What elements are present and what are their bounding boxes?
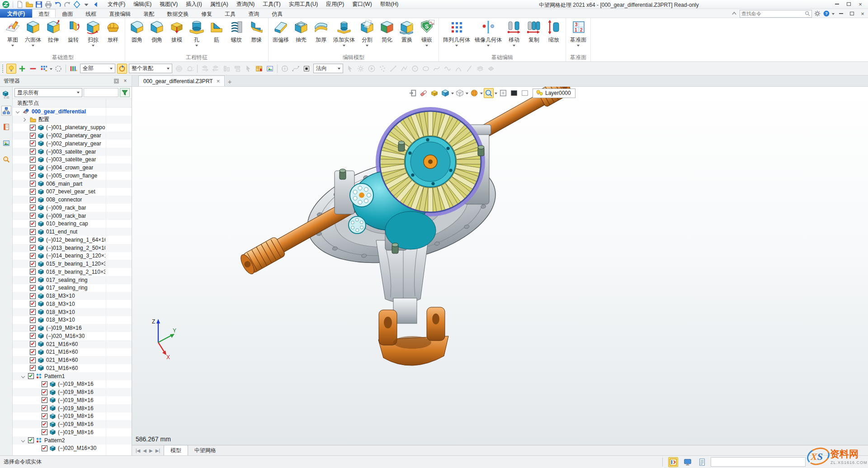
pin-ribb-icon[interactable] bbox=[731, 10, 738, 17]
tree-part-item[interactable]: 018_M3×10 bbox=[13, 292, 132, 300]
ribbon-tab-2[interactable]: 线框 bbox=[79, 9, 103, 18]
revolve-button[interactable]: 旋转 bbox=[63, 19, 83, 47]
part-manager-icon[interactable] bbox=[1, 89, 11, 99]
command-widget-icon[interactable] bbox=[668, 457, 678, 467]
lip-button[interactable]: 唇缘 bbox=[246, 19, 266, 47]
visibility-checkbox[interactable] bbox=[30, 213, 36, 219]
chamfer-button[interactable]: 倒角 bbox=[147, 19, 167, 47]
tree-part-item[interactable]: 021_M16×60 bbox=[13, 340, 132, 348]
document-tab[interactable]: 000_gear_differential.Z3PRT × bbox=[138, 75, 225, 86]
chevron-down-icon[interactable] bbox=[513, 45, 515, 47]
scope-dropdown[interactable]: 整个装配 bbox=[129, 64, 172, 73]
thicken-button[interactable]: 加厚 bbox=[311, 19, 331, 47]
help-dropdown-icon[interactable] bbox=[832, 13, 835, 15]
tessellate-button[interactable]: S镶嵌 bbox=[417, 19, 437, 47]
tree-part-item[interactable]: 006_main_part bbox=[13, 180, 132, 188]
3d-model-differential-assembly[interactable] bbox=[132, 87, 868, 455]
ribbon-tab-0[interactable]: 造型 bbox=[32, 9, 56, 18]
tree-part-item[interactable]: (−)009_rack_bar bbox=[13, 212, 132, 220]
tree-part-item[interactable]: (−)019_M8×16 bbox=[13, 388, 132, 396]
visibility-checkbox[interactable] bbox=[30, 301, 36, 307]
split-button[interactable]: 分割 bbox=[357, 19, 377, 47]
chevron-down-icon[interactable] bbox=[343, 45, 345, 47]
tree-part-item[interactable]: 007_bevel_gear_set bbox=[13, 188, 132, 196]
tree-part-item[interactable]: 017_sealing_ring bbox=[13, 284, 132, 292]
loft-button[interactable]: 放样 bbox=[103, 19, 123, 47]
visibility-checkbox[interactable] bbox=[42, 405, 47, 411]
show-entity-icon[interactable] bbox=[6, 64, 16, 74]
visibility-checkbox[interactable] bbox=[30, 253, 36, 259]
menu-item-4[interactable]: 属性(A) bbox=[206, 0, 232, 9]
visibility-checkbox[interactable] bbox=[30, 333, 36, 339]
mirror-geometry-button[interactable]: 镜像几何体 bbox=[472, 19, 504, 47]
close-button[interactable]: × bbox=[854, 0, 866, 8]
render-display-icon[interactable] bbox=[469, 88, 479, 98]
tree-part-item[interactable]: 015_tr_bearing_1_120×30 bbox=[13, 260, 132, 268]
tree-part-item[interactable]: (−)001_planetary_suppor bbox=[13, 124, 132, 132]
chevron-down-icon[interactable] bbox=[92, 45, 94, 47]
new-file-icon[interactable] bbox=[16, 0, 24, 9]
tree-part-item[interactable]: (−)020_M16×30 bbox=[13, 445, 132, 453]
tree-part-item[interactable]: (−)013_bearing_2_50×10 bbox=[13, 244, 132, 252]
entity-filter-dropdown[interactable]: 全部 bbox=[80, 64, 115, 73]
ribbon-tab-7[interactable]: 工具 bbox=[218, 9, 242, 18]
menu-item-8[interactable]: 应用(P) bbox=[322, 0, 348, 9]
tree-part-item[interactable]: 011_end_nut bbox=[13, 228, 132, 236]
visibility-checkbox[interactable] bbox=[30, 293, 36, 299]
fillet-button[interactable]: 圆角 bbox=[127, 19, 147, 47]
visibility-checkbox[interactable] bbox=[30, 317, 36, 323]
tree-part-item[interactable]: 018_M3×10 bbox=[13, 316, 132, 324]
panel-float-button[interactable] bbox=[113, 77, 120, 84]
tree-part-item[interactable]: (−)014_bearing_3_120×18 bbox=[13, 252, 132, 260]
shaded-display-icon[interactable] bbox=[440, 88, 450, 98]
minimize-button[interactable] bbox=[831, 0, 843, 8]
statusbar-input[interactable] bbox=[711, 457, 806, 467]
remove-entity-icon[interactable] bbox=[28, 64, 38, 74]
tree-part-item[interactable]: (−)019_M8×16 bbox=[13, 412, 132, 421]
menu-item-1[interactable]: 编辑(E) bbox=[129, 0, 156, 9]
menu-item-6[interactable]: 工具(T) bbox=[259, 0, 284, 9]
ribbon-tab-5[interactable]: 数据交换 bbox=[160, 9, 195, 18]
tree-part-item[interactable]: (−)004_crown_gear bbox=[13, 164, 132, 172]
layer-dropdown[interactable]: Layer0000 bbox=[533, 89, 576, 98]
move-button[interactable]: 移动 bbox=[504, 19, 524, 47]
tree-part-item[interactable]: (−)003_satelite_gear bbox=[13, 156, 132, 164]
visibility-checkbox[interactable] bbox=[28, 373, 34, 379]
tree-part-item[interactable]: 021_M16×60 bbox=[13, 348, 132, 356]
prev-sheet-icon[interactable]: ◀ bbox=[143, 448, 146, 453]
copy-button[interactable]: 复制 bbox=[524, 19, 544, 47]
ribbon-tab-1[interactable]: 曲面 bbox=[56, 9, 79, 18]
add-body-button[interactable]: 添加实体 bbox=[331, 19, 357, 47]
tree-part-item[interactable]: (−)019_M8×16 bbox=[13, 428, 132, 436]
visibility-checkbox[interactable] bbox=[30, 237, 36, 243]
history-manager-icon[interactable] bbox=[1, 122, 11, 132]
menu-item-3[interactable]: 插入(I) bbox=[182, 0, 206, 9]
save-icon[interactable] bbox=[35, 0, 43, 9]
chevron-down-icon[interactable] bbox=[425, 45, 428, 47]
visibility-checkbox[interactable] bbox=[30, 365, 36, 371]
exit-target-icon[interactable] bbox=[408, 88, 418, 98]
section-view-icon[interactable] bbox=[484, 88, 494, 98]
new-document-tab-button[interactable]: + bbox=[225, 76, 235, 86]
lasso-icon[interactable] bbox=[53, 64, 63, 74]
tree-part-item[interactable]: (−)002_planetary_gear bbox=[13, 131, 132, 140]
chevron-down-icon[interactable] bbox=[195, 45, 198, 47]
menu-item-5[interactable]: 查询(N) bbox=[232, 0, 259, 9]
chevron-down-icon[interactable] bbox=[16, 110, 19, 113]
doc-minimize-button[interactable] bbox=[836, 9, 845, 18]
tree-part-item[interactable]: 021_M16×60 bbox=[13, 356, 132, 364]
tree-pattern-item[interactable]: Pattern2 bbox=[13, 436, 132, 445]
chevron-down-icon[interactable] bbox=[50, 68, 52, 70]
undo-icon[interactable] bbox=[54, 0, 62, 9]
command-search-box[interactable] bbox=[740, 10, 812, 18]
sweep-button[interactable]: 扫掠 bbox=[83, 19, 103, 47]
dark-background-icon[interactable] bbox=[509, 88, 519, 98]
thread-button[interactable]: 螺纹 bbox=[226, 19, 246, 47]
visibility-checkbox[interactable] bbox=[30, 173, 36, 178]
visibility-checkbox[interactable] bbox=[28, 437, 34, 443]
print-icon[interactable] bbox=[44, 0, 52, 9]
visibility-checkbox[interactable] bbox=[30, 229, 36, 235]
quick-access-dropdown-icon[interactable] bbox=[82, 0, 90, 9]
menu-item-9[interactable]: 窗口(W) bbox=[348, 0, 376, 9]
sketch-button[interactable]: 草图 bbox=[3, 19, 23, 47]
